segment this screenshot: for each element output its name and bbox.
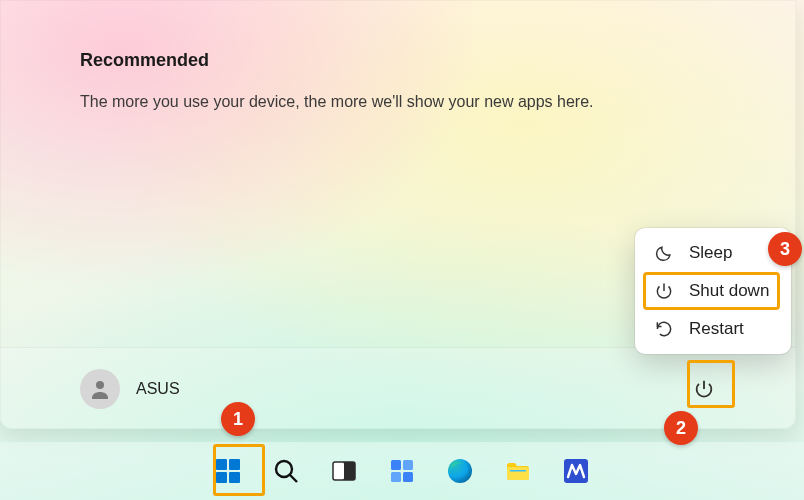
windows-icon [214, 457, 242, 485]
power-menu: Sleep Shut down Restart [635, 228, 791, 354]
svg-rect-12 [403, 472, 413, 482]
power-icon [693, 378, 715, 400]
recommended-section: Recommended The more you use your device… [80, 50, 736, 111]
myasus-icon [562, 457, 590, 485]
svg-rect-9 [391, 460, 401, 470]
power-button[interactable] [682, 367, 726, 411]
svg-rect-10 [403, 460, 413, 470]
avatar [80, 369, 120, 409]
taskbar [0, 442, 804, 500]
search-icon [272, 457, 300, 485]
myasus-button[interactable] [557, 452, 595, 490]
taskview-icon [330, 457, 358, 485]
svg-rect-14 [507, 467, 529, 480]
svg-rect-7 [333, 462, 344, 480]
user-chip[interactable]: ASUS [80, 369, 180, 409]
user-name: ASUS [136, 380, 180, 398]
taskview-button[interactable] [325, 452, 363, 490]
power-menu-label: Restart [689, 319, 744, 339]
edge-icon [446, 457, 474, 485]
svg-rect-16 [564, 459, 588, 483]
user-icon [88, 377, 112, 401]
folder-icon [504, 457, 532, 485]
svg-rect-3 [216, 472, 227, 483]
start-button[interactable] [209, 452, 247, 490]
svg-rect-15 [510, 470, 526, 472]
recommended-title: Recommended [80, 50, 736, 71]
power-menu-shutdown[interactable]: Shut down [639, 272, 787, 310]
edge-button[interactable] [441, 452, 479, 490]
power-menu-label: Sleep [689, 243, 732, 263]
svg-rect-1 [216, 459, 227, 470]
restart-icon [653, 318, 675, 340]
power-menu-restart[interactable]: Restart [639, 310, 787, 348]
svg-rect-2 [229, 459, 240, 470]
svg-rect-4 [229, 472, 240, 483]
start-menu-panel: Recommended The more you use your device… [0, 0, 796, 429]
svg-rect-11 [391, 472, 401, 482]
widgets-icon [388, 457, 416, 485]
search-button[interactable] [267, 452, 305, 490]
svg-point-0 [96, 381, 104, 389]
widgets-button[interactable] [383, 452, 421, 490]
moon-icon [653, 242, 675, 264]
start-menu-userbar: ASUS [0, 347, 796, 429]
power-menu-label: Shut down [689, 281, 769, 301]
power-icon [653, 280, 675, 302]
svg-point-5 [276, 461, 292, 477]
power-menu-sleep[interactable]: Sleep [639, 234, 787, 272]
explorer-button[interactable] [499, 452, 537, 490]
recommended-body: The more you use your device, the more w… [80, 93, 736, 111]
